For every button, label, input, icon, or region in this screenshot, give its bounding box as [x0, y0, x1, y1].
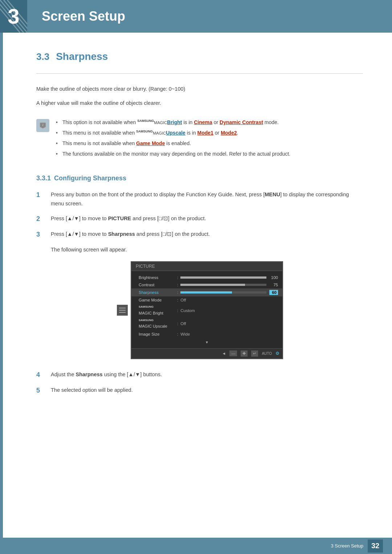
- screen-body: Brightness : 100 Contrast: [131, 271, 282, 348]
- value-imagesize: Wide: [180, 332, 278, 336]
- chapter-number-box: 3: [0, 0, 27, 33]
- screen-toolbar: ◄ — ✚ ↵ AUTO ⚙: [131, 348, 282, 358]
- step-2-text: Press [▲/▼] to move to PICTURE and press…: [51, 214, 206, 223]
- label-gamemode: Game Mode: [139, 298, 175, 302]
- fill-brightness: [180, 276, 266, 279]
- intro-text-1: Make the outline of objects more clear o…: [36, 85, 363, 94]
- menu-row-magicbright: SAMSUNG MAGIC Bright : Custom: [131, 304, 282, 317]
- number-sharpness: 60: [269, 290, 278, 295]
- value-brightness: 100: [180, 275, 278, 280]
- step-3-number: 3: [36, 230, 47, 239]
- value-magicbright: Custom: [180, 308, 278, 313]
- footer-page-number: 32: [371, 542, 379, 550]
- step-2-number: 2: [36, 214, 47, 224]
- page-header: 3 Screen Setup: [0, 0, 392, 33]
- progress-sharpness: [180, 291, 266, 294]
- step-3: 3 Press [▲/▼] to move to Sharpness and p…: [36, 230, 363, 239]
- screen-mockup-container: PICTURE Brightness : 100: [51, 261, 363, 359]
- menu-row-brightness: Brightness : 100: [131, 274, 282, 281]
- intro-text-2: A higher value will make the outline of …: [36, 99, 363, 108]
- label-sharpness: Sharpness: [139, 290, 175, 295]
- step-1-text: Press any button on the front of the pro…: [51, 190, 363, 208]
- toolbar-auto: AUTO: [262, 352, 272, 356]
- number-contrast: 75: [269, 283, 278, 287]
- label-imagesize: Image Size: [139, 332, 175, 336]
- section-divider: [36, 73, 363, 74]
- note-box: i This option is not available when SAMS…: [36, 115, 363, 164]
- step-5: 5 The selected option will be applied.: [36, 386, 363, 395]
- note-item-3: This menu is not available when Game Mod…: [56, 139, 290, 148]
- scroll-indicator: ▼: [131, 338, 282, 345]
- section-heading: 3.3 Sharpness: [36, 51, 363, 62]
- main-content: 3.3 Sharpness Make the outline of object…: [0, 33, 392, 430]
- menu-row-sharpness: Sharpness : 60: [131, 288, 282, 296]
- step-4: 4 Adjust the Sharpness using the [▲/▼] b…: [36, 370, 363, 380]
- toolbar-plus: ✚: [241, 350, 248, 357]
- steps-list: 1 Press any button on the front of the p…: [36, 190, 363, 395]
- left-accent-bar: [0, 33, 3, 554]
- step-5-number: 5: [36, 386, 47, 395]
- step-3-sub: The following screen will appear.: [51, 245, 363, 254]
- value-gamemode: Off: [180, 298, 278, 302]
- note-item-2: This menu is not available when SAMSUNGM…: [56, 129, 290, 138]
- note-icon: i: [36, 119, 49, 132]
- toolbar-gear-icon: ⚙: [275, 351, 279, 356]
- step-4-text: Adjust the Sharpness using the [▲/▼] but…: [51, 370, 162, 379]
- toolbar-left-arrow: ◄: [222, 351, 226, 356]
- note-item-1: This option is not available when SAMSUN…: [56, 118, 290, 127]
- screen-wrapper: PICTURE Brightness : 100: [131, 261, 283, 359]
- progress-brightness: [180, 276, 266, 279]
- step-1: 1 Press any button on the front of the p…: [36, 190, 363, 208]
- label-brightness: Brightness: [139, 275, 175, 280]
- toolbar-minus: —: [229, 350, 237, 356]
- subsection-heading: 3.3.1 Configuring Sharpness: [36, 175, 363, 182]
- chapter-title: Screen Setup: [42, 9, 125, 24]
- section-number: 3.3: [36, 51, 49, 62]
- fill-contrast: [180, 284, 245, 286]
- page-footer: 3 Screen Setup 32: [0, 538, 392, 554]
- menu-row-gamemode: Game Mode : Off: [131, 296, 282, 304]
- subsection-title: Configuring Sharpness: [54, 175, 126, 182]
- svg-line-0: [0, 0, 27, 33]
- toolbar-enter: ↵: [251, 350, 258, 357]
- note-list: This option is not available when SAMSUN…: [56, 118, 290, 160]
- label-magicupscale: SAMSUNG MAGIC Upscale: [139, 319, 175, 329]
- fill-sharpness: [180, 291, 232, 294]
- screen-mockup: PICTURE Brightness : 100: [131, 261, 283, 359]
- section-title: Sharpness: [56, 51, 108, 62]
- menu-row-imagesize: Image Size : Wide: [131, 331, 282, 338]
- value-magicupscale: Off: [180, 321, 278, 326]
- footer-text: 3 Screen Setup: [331, 543, 363, 549]
- screen-title: PICTURE: [136, 264, 155, 269]
- subsection-number: 3.3.1: [36, 175, 51, 182]
- footer-page-number-box: 32: [368, 539, 383, 553]
- menu-icon: [117, 305, 128, 316]
- note-item-4: The functions available on the monitor m…: [56, 150, 290, 159]
- menu-row-contrast: Contrast : 75: [131, 281, 282, 288]
- step-4-number: 4: [36, 370, 47, 380]
- menu-row-magicupscale: SAMSUNG MAGIC Upscale : Off: [131, 317, 282, 331]
- label-magicbright: SAMSUNG MAGIC Bright: [139, 305, 175, 316]
- progress-contrast: [180, 284, 266, 286]
- number-brightness: 100: [269, 275, 278, 280]
- value-sharpness: 60: [180, 290, 278, 295]
- step-5-text: The selected option will be applied.: [51, 386, 133, 395]
- step-3-text: Press [▲/▼] to move to Sharpness and pre…: [51, 230, 210, 239]
- step-2: 2 Press [▲/▼] to move to PICTURE and pre…: [36, 214, 363, 224]
- value-contrast: 75: [180, 283, 278, 287]
- label-contrast: Contrast: [139, 283, 175, 287]
- step-1-number: 1: [36, 190, 47, 200]
- screen-title-bar: PICTURE: [131, 262, 282, 271]
